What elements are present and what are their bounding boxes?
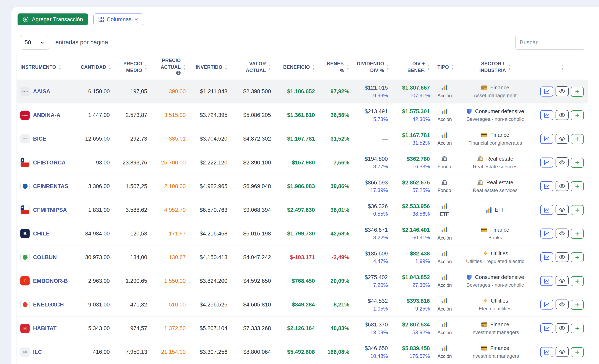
- row-view-button[interactable]: [555, 276, 569, 286]
- column-header-precio_medio[interactable]: PRECIOMEDIO▲▼: [114, 55, 152, 80]
- current-price-cell: 390,00: [152, 80, 190, 103]
- row-add-button[interactable]: [571, 134, 584, 144]
- type-label: Acción: [437, 140, 451, 146]
- instrument-link[interactable]: CFMITNIPSA: [33, 207, 67, 213]
- row-chart-button[interactable]: [540, 110, 553, 120]
- table-row: CFIBTGRCA93,0023.893,7625.700,00$2.222.1…: [17, 151, 588, 174]
- actions-cell: [536, 316, 588, 340]
- dividend-cell: $213.4915,73%: [354, 103, 392, 127]
- column-header-beneficio[interactable]: BENEFICIO▲▼: [275, 55, 319, 80]
- add-transaction-button[interactable]: Agregar Transacción: [18, 13, 88, 25]
- column-header-dividendo[interactable]: DIVIDENDODIV %▲▼: [354, 55, 392, 80]
- quantity-cell: 34.984,00: [78, 222, 115, 245]
- row-add-button[interactable]: [571, 87, 584, 97]
- dividend-cell: $185.6094,47%: [354, 245, 392, 269]
- instrument-link[interactable]: ILC: [33, 349, 42, 355]
- column-header-div_benef[interactable]: DIV +BENEF.▲▼: [392, 55, 434, 80]
- columns-button[interactable]: Columnas: [93, 13, 143, 25]
- instrument-link[interactable]: CHILE: [33, 230, 50, 237]
- instrument-link[interactable]: COLBUN: [33, 254, 57, 261]
- column-header-invertido[interactable]: INVERTIDO▲▼: [190, 55, 232, 80]
- row-add-button[interactable]: [571, 276, 584, 286]
- bar-chart-icon: [441, 132, 448, 138]
- line-chart-icon: [544, 254, 550, 260]
- invested-cell: $6.570.763: [190, 198, 232, 222]
- invested-cell: $4.216.468: [190, 222, 232, 245]
- bar-chart-icon: [441, 108, 448, 115]
- column-header-sector[interactable]: SECTOR /INDUSTRIA▲▼: [456, 55, 536, 80]
- row-add-button[interactable]: [571, 300, 584, 310]
- instrument-cell: AAISAAAISA: [17, 80, 78, 103]
- sort-icon: ▲▼: [268, 64, 271, 70]
- row-view-button[interactable]: [555, 229, 569, 239]
- instrument-link[interactable]: EMBONOR-B: [33, 278, 68, 284]
- actions-cell: [536, 80, 588, 103]
- credit-card-icon: [481, 132, 488, 138]
- dividend-cell: $121.0159,99%: [354, 80, 392, 103]
- instrument-link[interactable]: AAISA: [33, 88, 50, 95]
- instrument-logo: B: [20, 229, 30, 238]
- search-input[interactable]: [515, 35, 585, 50]
- row-view-button[interactable]: [555, 347, 569, 357]
- instrument-cell: CEMBONOR-B: [17, 269, 78, 293]
- row-view-button[interactable]: [555, 205, 569, 215]
- row-add-button[interactable]: [571, 252, 584, 262]
- row-add-button[interactable]: [571, 205, 584, 215]
- current-value-cell: $6.016.198: [232, 222, 275, 245]
- row-chart-button[interactable]: [540, 205, 553, 215]
- row-chart-button[interactable]: [540, 181, 553, 191]
- row-view-button[interactable]: [555, 110, 569, 120]
- row-add-button[interactable]: [571, 324, 584, 334]
- row-add-button[interactable]: [571, 181, 584, 191]
- instrument-link[interactable]: CFINRENTAS: [33, 183, 68, 190]
- column-header-valor_actual[interactable]: VALORACTUAL▲▼: [232, 55, 275, 80]
- div-plus-profit-cell: $1.307.667107,91%: [392, 80, 434, 103]
- div-plus-profit-cell: $362.78016,33%: [392, 151, 434, 174]
- column-header-instrumento[interactable]: INSTRUMENTO▲▼: [17, 55, 78, 80]
- column-header-acciones[interactable]: ▲▼: [536, 55, 588, 80]
- instrument-logo: H: [20, 324, 30, 333]
- avg-price-cell: 471,32: [114, 293, 152, 316]
- line-chart-icon: [544, 160, 550, 166]
- column-header-benef_pct[interactable]: BENEF.%▲▼: [319, 55, 354, 80]
- row-chart-button[interactable]: [540, 300, 553, 310]
- row-view-button[interactable]: [555, 134, 569, 144]
- table-head: INSTRUMENTO▲▼CANTIDAD▲▼PRECIOMEDIO▲▼PREC…: [17, 55, 588, 80]
- profit-pct-cell: 42,68%: [319, 222, 354, 245]
- instrument-cell: BCHILE: [17, 222, 78, 245]
- sector-cell: Real estateReal estate services: [456, 151, 536, 174]
- row-chart-button[interactable]: [540, 87, 553, 97]
- row-chart-button[interactable]: [540, 276, 553, 286]
- row-view-button[interactable]: [555, 323, 569, 333]
- instrument-link[interactable]: HABITAT: [33, 325, 56, 332]
- row-view-button[interactable]: [555, 252, 569, 262]
- page-size-select[interactable]: 50: [20, 35, 49, 50]
- info-icon[interactable]: [162, 70, 181, 77]
- row-chart-button[interactable]: [540, 323, 553, 333]
- avg-price-cell: 7.950,13: [114, 340, 152, 364]
- row-chart-button[interactable]: [540, 229, 553, 239]
- row-add-button[interactable]: [571, 158, 584, 168]
- row-chart-button[interactable]: [540, 158, 553, 168]
- instrument-link[interactable]: BICE: [33, 135, 46, 142]
- row-chart-button[interactable]: [540, 347, 553, 357]
- row-add-button[interactable]: [571, 347, 584, 357]
- instrument-link[interactable]: ANDINA-A: [33, 112, 60, 118]
- instrument-link[interactable]: ENELGXCH: [33, 301, 64, 308]
- column-header-tipo[interactable]: TIPO▲▼: [434, 55, 456, 80]
- row-view-button[interactable]: [555, 300, 569, 310]
- row-view-button[interactable]: [555, 157, 569, 167]
- plus-icon: [574, 184, 580, 189]
- industry-label: Beverages - non-alcoholic: [459, 116, 531, 122]
- row-chart-button[interactable]: [540, 252, 553, 262]
- row-add-button[interactable]: [571, 229, 584, 239]
- row-add-button[interactable]: [571, 110, 584, 120]
- profit-cell: $1.167.781: [275, 127, 319, 151]
- row-view-button[interactable]: [555, 181, 569, 191]
- eye-icon: [559, 207, 565, 213]
- instrument-link[interactable]: CFIBTGRCA: [33, 159, 66, 166]
- row-chart-button[interactable]: [540, 134, 553, 144]
- row-view-button[interactable]: [555, 86, 569, 96]
- column-header-precio_actual[interactable]: PRECIOACTUAL▲▼: [152, 55, 190, 80]
- column-header-cantidad[interactable]: CANTIDAD▲▼: [78, 55, 115, 80]
